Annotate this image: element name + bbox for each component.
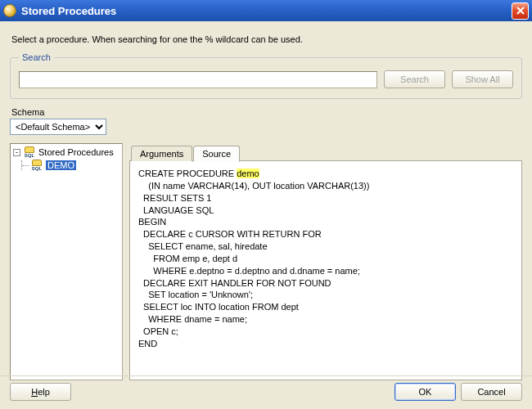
cancel-button[interactable]: Cancel [461,383,522,401]
close-button[interactable] [512,2,529,20]
search-input[interactable] [19,71,377,88]
dialog-content: Select a procedure. When searching for o… [0,21,532,385]
tree-item-demo[interactable]: SQL DEMO [21,160,119,171]
code-line: SELECT loc INTO location FROM dept [138,302,299,312]
source-view[interactable]: CREATE PROCEDURE demo (IN name VARCHAR(1… [129,161,522,380]
main-row: - SQL Stored Procedures SQL DEMO Argumen… [10,143,522,380]
help-button[interactable]: Help [10,383,71,401]
instruction-text: Select a procedure. When searching for o… [11,34,521,44]
code-line: LANGUAGE SQL [138,205,214,215]
sql-folder-icon: SQL [24,146,35,158]
tab-source[interactable]: Source [193,146,240,162]
source-code: CREATE PROCEDURE demo (IN name VARCHAR(1… [138,168,513,350]
tree-collapse-icon[interactable]: - [13,149,20,156]
tree-item-label: DEMO [46,160,76,170]
search-legend: Search [19,52,54,62]
code-highlight-demo: demo [237,169,259,178]
tree-root[interactable]: - SQL Stored Procedures [13,146,119,158]
window-title: Stored Procedures [21,5,512,17]
search-button[interactable]: Search [384,70,445,88]
tree-branch-icon [21,160,28,170]
code-line: BEGIN [138,217,166,227]
code-line: SELECT ename, sal, hiredate [138,241,268,251]
titlebar: Stored Procedures [0,0,532,21]
code-line: CREATE PROCEDURE [138,169,237,178]
search-group: Search Search Show All [10,52,522,99]
code-line: OPEN c; [138,326,178,336]
schema-select[interactable]: <Default Schema> [10,119,106,135]
app-icon [3,4,16,17]
code-line: DECLARE c CURSOR WITH RETURN FOR [138,229,322,239]
close-icon [516,7,525,15]
tree-root-label: Stored Procedures [38,147,114,157]
tab-arguments[interactable]: Arguments [131,146,192,161]
schema-label: Schema [11,107,521,117]
code-line: WHERE e.deptno = d.deptno and d.dname = … [138,266,360,276]
code-line: (IN name VARCHAR(14), OUT location VARCH… [138,181,369,191]
code-line: SET location = 'Unknown'; [138,290,253,299]
details-panel: Arguments Source CREATE PROCEDURE demo (… [129,143,522,380]
code-line: DECLARE EXIT HANDLER FOR NOT FOUND [138,278,331,288]
code-line: RESULT SETS 1 [138,193,211,203]
sql-proc-icon: SQL [31,160,43,171]
tab-bar: Arguments Source [129,143,522,161]
code-line: END [138,339,157,348]
show-all-button[interactable]: Show All [452,70,513,88]
code-line: WHERE dname = name; [138,314,247,324]
search-row: Search Show All [19,70,513,88]
procedure-tree[interactable]: - SQL Stored Procedures SQL DEMO [10,143,123,380]
dialog-footer: Help OK Cancel [0,375,532,409]
ok-button[interactable]: OK [394,383,456,401]
code-line: FROM emp e, dept d [138,254,237,263]
